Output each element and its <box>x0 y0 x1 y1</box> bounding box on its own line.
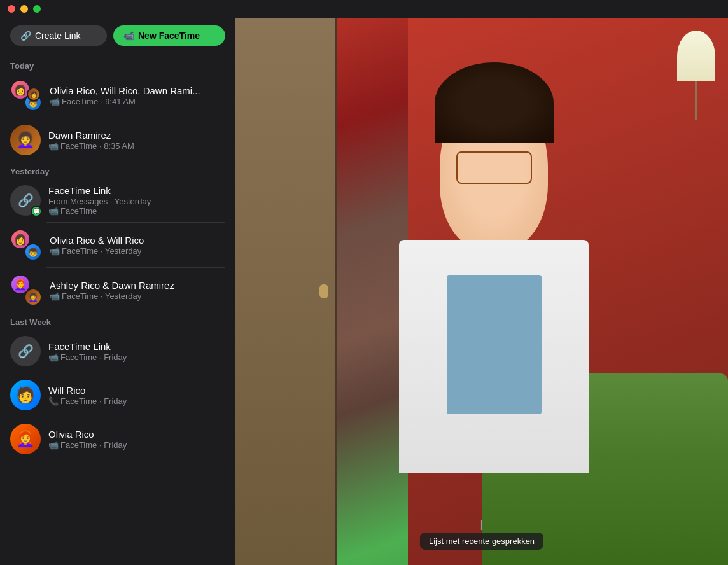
door-element <box>235 18 337 565</box>
item-sub: 📹 FaceTime · Friday <box>48 352 225 362</box>
caption-text: Lijst met recente gesprekken <box>420 533 543 550</box>
new-facetime-label: New FaceTime <box>138 31 200 41</box>
phone-icon: 📞 <box>48 396 59 406</box>
lamp-element <box>683 31 709 107</box>
video-icon: 📹 <box>48 141 59 151</box>
item-name: Olivia Rico <box>48 429 225 440</box>
person-element <box>359 73 630 538</box>
video-background <box>235 18 728 565</box>
section-last-week: Last Week <box>0 312 235 330</box>
avatar: 👩‍🦰 <box>10 424 41 454</box>
list-item[interactable]: 👩 👦 Olivia Rico & Will Rico 📹 FaceTime ·… <box>0 223 235 267</box>
avatar-link: 🔗 <box>10 336 41 366</box>
item-sub: 📹 FaceTime · 9:41 AM <box>50 97 225 106</box>
video-icon: 📹 <box>48 440 59 450</box>
item-info: Olivia Rico, Will Rico, Dawn Rami... 📹 F… <box>50 85 225 106</box>
video-icon: 📹 <box>50 97 60 106</box>
link-chain-icon: 🔗 <box>18 344 34 359</box>
person-hair <box>435 62 554 144</box>
video-icon: 📹 <box>50 291 60 301</box>
messages-badge: 💬 <box>31 206 42 217</box>
person-glasses <box>456 151 532 184</box>
caption-line <box>481 520 482 530</box>
person-head <box>440 87 548 249</box>
link-chain-icon: 🔗 <box>18 193 34 208</box>
item-info: Olivia Rico & Will Rico 📹 FaceTime · Yes… <box>50 235 225 256</box>
close-button[interactable] <box>8 5 15 13</box>
list-item[interactable]: 🔗 FaceTime Link 📹 FaceTime · Friday <box>0 330 235 373</box>
avatar: 👩‍🦰 👩‍🦱 <box>10 274 42 306</box>
lamp-pole <box>695 81 697 120</box>
title-bar <box>0 0 728 18</box>
list-item[interactable]: 👩‍🦱 Dawn Ramirez 📹 FaceTime · 8:35 AM <box>0 118 235 162</box>
item-sub: 📹 FaceTime · 8:35 AM <box>48 141 225 151</box>
create-link-button[interactable]: 🔗 Create Link <box>10 25 107 46</box>
item-sub-line2: 📹 FaceTime <box>48 206 225 216</box>
content-area: Lijst met recente gesprekken <box>235 18 728 565</box>
avatar-link: 🔗 💬 <box>10 185 41 216</box>
messages-icon: 💬 <box>33 208 40 214</box>
list-item[interactable]: 👩‍🦰 👩‍🦱 Ashley Rico & Dawn Ramirez 📹 Fac… <box>0 268 235 312</box>
item-info: Dawn Ramirez 📹 FaceTime · 8:35 AM <box>48 130 225 151</box>
list-item[interactable]: 🧑 Will Rico 📞 FaceTime · Friday <box>0 373 235 417</box>
avatar-dawn: 👩 <box>27 87 41 101</box>
maximize-button[interactable] <box>33 5 41 13</box>
item-info: FaceTime Link 📹 FaceTime · Friday <box>48 341 225 362</box>
lamp-shade <box>677 31 715 81</box>
item-name: FaceTime Link <box>48 185 225 196</box>
shirt <box>447 275 542 414</box>
video-icon: 📹 <box>48 206 59 216</box>
new-facetime-button[interactable]: 📹 New FaceTime <box>113 25 225 46</box>
item-name: Ashley Rico & Dawn Ramirez <box>50 280 225 291</box>
avatar-will: 👦 <box>24 243 42 261</box>
item-name: Olivia Rico & Will Rico <box>50 235 225 246</box>
list-item[interactable]: 👩‍🦰 Olivia Rico 📹 FaceTime · Friday <box>0 417 235 461</box>
item-sub: From Messages · Yesterday <box>48 197 225 206</box>
video-icon: 📹 <box>48 352 59 362</box>
caption-area: Lijst met recente gesprekken <box>420 520 543 550</box>
avatar: 👩 👦 👩 <box>10 80 42 111</box>
item-name: Dawn Ramirez <box>48 130 225 141</box>
sidebar: 🔗 Create Link 📹 New FaceTime Today 👩 👦 👩 <box>0 18 235 565</box>
section-today: Today <box>0 56 235 73</box>
door-knob <box>319 284 328 298</box>
video-camera-icon: 📹 <box>123 31 134 41</box>
link-icon: 🔗 <box>20 31 31 41</box>
create-link-label: Create Link <box>35 31 81 41</box>
section-yesterday: Yesterday <box>0 162 235 179</box>
item-info: Olivia Rico 📹 FaceTime · Friday <box>48 429 225 450</box>
list-item[interactable]: 🔗 💬 FaceTime Link From Messages · Yester… <box>0 179 235 222</box>
main-layout: 🔗 Create Link 📹 New FaceTime Today 👩 👦 👩 <box>0 18 728 565</box>
item-info: FaceTime Link From Messages · Yesterday … <box>48 185 225 216</box>
item-name: Will Rico <box>48 385 225 396</box>
avatar: 🧑 <box>10 380 41 410</box>
video-icon: 📹 <box>50 246 60 256</box>
item-name: Olivia Rico, Will Rico, Dawn Rami... <box>50 85 225 96</box>
buttons-row: 🔗 Create Link 📹 New FaceTime <box>0 18 235 56</box>
item-sub: 📹 FaceTime · Friday <box>48 440 225 450</box>
avatar: 👩 👦 <box>10 229 42 261</box>
item-sub: 📹 FaceTime · Yesterday <box>50 246 225 256</box>
list-item[interactable]: 👩 👦 👩 Olivia Rico, Will Rico, Dawn Rami.… <box>0 73 235 118</box>
avatar: 👩‍🦱 <box>10 125 41 155</box>
avatar-dawn: 👩‍🦱 <box>24 288 42 306</box>
item-sub: 📹 FaceTime · Yesterday <box>50 291 225 301</box>
person-body <box>399 240 589 473</box>
item-sub: 📞 FaceTime · Friday <box>48 396 225 406</box>
minimize-button[interactable] <box>20 5 28 13</box>
item-name: FaceTime Link <box>48 341 225 352</box>
item-info: Will Rico 📞 FaceTime · Friday <box>48 385 225 406</box>
item-info: Ashley Rico & Dawn Ramirez 📹 FaceTime · … <box>50 280 225 301</box>
